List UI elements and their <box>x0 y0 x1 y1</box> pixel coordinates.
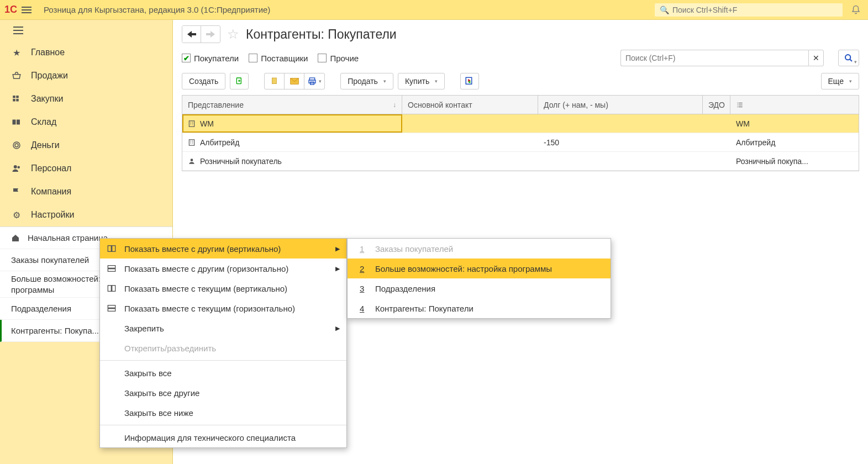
ctx-label: Закрыть все <box>124 368 172 378</box>
sell-label: Продать <box>348 77 378 86</box>
sm-item-more-features[interactable]: 2 Больше возможностей: настройка програм… <box>348 259 611 278</box>
svg-rect-12 <box>272 78 276 84</box>
notifications-icon[interactable] <box>848 2 864 18</box>
ctx-show-with-other-v[interactable]: Показать вместе с другим (вертикально) ▶ <box>100 239 346 259</box>
cell-right: Розничный покупа... <box>736 157 808 166</box>
separator <box>100 360 346 361</box>
ctx-show-with-current-h[interactable]: Показать вместе с текущим (горизонтально… <box>100 298 346 318</box>
print-button[interactable] <box>304 73 324 89</box>
sm-item-departments[interactable]: 3 Подразделения <box>348 278 611 298</box>
svg-rect-15 <box>309 80 315 83</box>
cell-right: Албитрейд <box>736 138 775 147</box>
split-horizontal-icon <box>107 265 117 272</box>
filter-label: Прочие <box>330 54 359 63</box>
buy-button[interactable]: Купить <box>398 73 445 89</box>
ctx-close-below[interactable]: Закрыть все ниже <box>100 403 346 423</box>
col-name[interactable]: Представление↓ <box>182 96 402 114</box>
svg-point-8 <box>14 165 17 168</box>
app-title: Розница для Кыргызстана, редакция 3.0 (1… <box>44 5 270 14</box>
sidebar-item-settings[interactable]: ⚙ Настройки <box>0 203 172 226</box>
col-debt[interactable]: Долг (+ нам, - мы) <box>538 96 703 114</box>
checkbox-icon <box>249 54 257 62</box>
search-icon: 🔍 <box>660 6 669 14</box>
table-row[interactable]: Розничный покупатель Розничный покупа... <box>182 152 859 171</box>
svg-rect-26 <box>112 286 115 292</box>
split-vertical-icon <box>107 245 117 252</box>
global-search-input[interactable] <box>672 6 838 14</box>
sub-item-label: Заказы покупателей <box>11 255 89 265</box>
new-doc-button[interactable] <box>265 73 285 89</box>
col-list[interactable] <box>730 96 859 114</box>
ctx-label: Информация для технического специалиста <box>124 433 296 442</box>
create-label: Создать <box>189 77 218 86</box>
ctx-label: Закрепить <box>124 324 164 333</box>
ctx-close-all[interactable]: Закрыть все <box>100 363 346 383</box>
boxes-icon <box>11 93 22 104</box>
svg-rect-4 <box>13 120 16 125</box>
sm-num: 1 <box>360 244 364 254</box>
svg-point-9 <box>18 166 20 169</box>
filter-buyers[interactable]: ✔ Покупатели <box>182 54 239 63</box>
sidebar-item-company[interactable]: Компания <box>0 180 172 203</box>
favorite-icon[interactable]: ☆ <box>227 27 239 42</box>
ctx-tech-info[interactable]: Информация для технического специалиста <box>100 428 346 447</box>
ctx-label: Закрыть все ниже <box>124 408 193 418</box>
ctx-show-with-other-h[interactable]: Показать вместе с другим (горизонтально)… <box>100 259 346 278</box>
ctx-label: Открепить/разъединить <box>124 344 216 353</box>
create-copy-button[interactable] <box>230 73 249 89</box>
filter-suppliers[interactable]: Поставщики <box>249 54 308 63</box>
logo: 1C <box>4 4 17 15</box>
svg-rect-19 <box>189 139 194 145</box>
create-button[interactable]: Создать <box>182 73 225 89</box>
cell-name: WM <box>200 119 214 128</box>
sidebar-item-staff[interactable]: Персонал <box>0 157 172 180</box>
back-button[interactable] <box>182 26 201 43</box>
list-icon <box>736 101 744 109</box>
sm-item-orders: 1 Заказы покупателей <box>348 239 611 259</box>
sidebar-item-main[interactable]: ★ Главное <box>0 41 172 64</box>
ctx-label: Закрыть все другие <box>124 388 199 398</box>
sell-button[interactable]: Продать <box>340 73 393 89</box>
warehouse-icon <box>11 117 22 128</box>
filter-others[interactable]: Прочие <box>318 54 359 63</box>
forward-button[interactable] <box>201 26 220 43</box>
sidebar-item-warehouse[interactable]: Склад <box>0 110 172 134</box>
ctx-show-with-current-v[interactable]: Показать вместе с текущим (вертикально) <box>100 278 346 298</box>
ctx-pin[interactable]: Закрепить ▶ <box>100 318 346 338</box>
gear-icon: ⚙ <box>11 209 22 220</box>
table-row[interactable]: WM WM <box>182 114 859 133</box>
building-icon <box>188 120 196 128</box>
context-menu: Показать вместе с другим (вертикально) ▶… <box>99 238 347 448</box>
basket-icon <box>11 70 22 81</box>
list-search-input[interactable] <box>620 50 808 66</box>
ctx-label: Показать вместе с текущим (горизонтально… <box>124 304 295 313</box>
clear-search-button[interactable]: ✕ <box>808 50 824 66</box>
data-grid: Представление↓ Основной контакт Долг (+ … <box>182 95 859 171</box>
more-button[interactable]: Еще <box>821 73 860 89</box>
coin-icon <box>11 140 22 151</box>
sidebar-item-label: Закупки <box>31 94 63 104</box>
sidebar-item-sales[interactable]: Продажи <box>0 64 172 87</box>
chevron-right-icon: ▶ <box>335 265 340 272</box>
col-contact[interactable]: Основной контакт <box>402 96 538 114</box>
col-edo[interactable]: ЭДО <box>703 96 730 114</box>
email-button[interactable] <box>285 73 304 89</box>
sidebar-item-purchases[interactable]: Закупки <box>0 87 172 110</box>
context-submenu: 1 Заказы покупателей 2 Больше возможност… <box>347 238 611 319</box>
main-menu-icon[interactable] <box>22 3 35 17</box>
split-vertical-icon <box>107 284 117 292</box>
checkbox-icon <box>318 54 327 62</box>
advanced-search-button[interactable] <box>838 50 859 66</box>
sidebar-item-label: Продажи <box>31 71 68 81</box>
svg-point-20 <box>191 159 193 161</box>
sm-item-contractors[interactable]: 4 Контрагенты: Покупатели <box>348 298 611 318</box>
ctx-close-others[interactable]: Закрыть все другие <box>100 383 346 403</box>
sidebar-toggle[interactable] <box>0 20 172 41</box>
global-search[interactable]: 🔍 <box>655 3 843 17</box>
sidebar-item-money[interactable]: Деньги <box>0 134 172 157</box>
cell-debt: -150 <box>544 138 559 147</box>
sm-label: Подразделения <box>375 284 435 293</box>
table-row[interactable]: Албитрейд -150 Албитрейд <box>182 133 859 152</box>
exchange-button[interactable] <box>460 73 479 89</box>
cell-name: Розничный покупатель <box>200 157 282 166</box>
